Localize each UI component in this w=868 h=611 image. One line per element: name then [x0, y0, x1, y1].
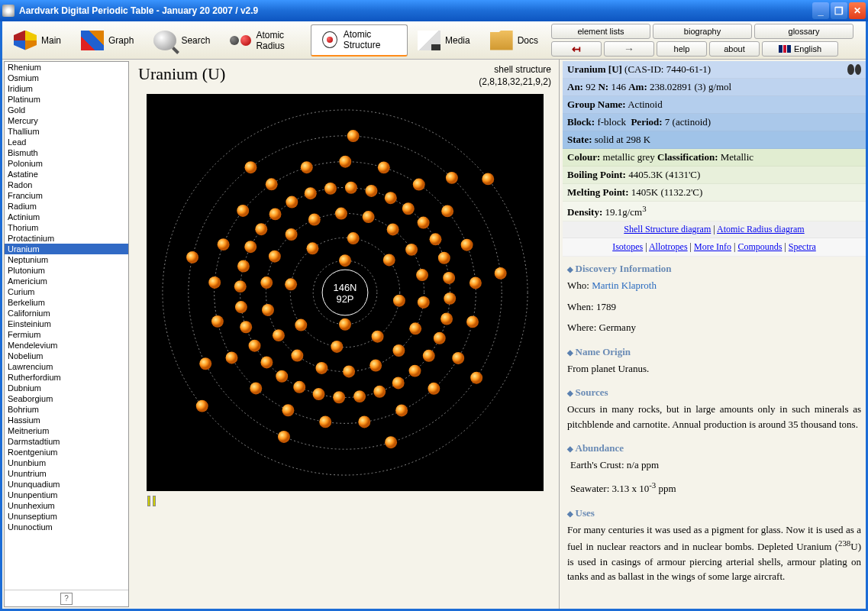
element-list-item[interactable]: Rhenium [5, 62, 128, 73]
element-list-item[interactable]: Ununseptium [5, 511, 128, 522]
element-list-item[interactable]: Lead [5, 137, 128, 147]
element-list-item[interactable]: Americium [5, 276, 128, 286]
element-list-item[interactable]: Darmstadtium [5, 436, 128, 447]
svg-point-74 [428, 383, 440, 395]
element-list-item[interactable]: Fermium [5, 329, 128, 340]
help-icon[interactable]: ? [60, 593, 73, 605]
element-list-item[interactable]: Lawrencium [5, 361, 128, 372]
element-lists-button[interactable]: element lists [551, 24, 650, 39]
element-list-item[interactable]: Ununbium [5, 457, 128, 468]
element-list-item[interactable]: Uranium [5, 244, 128, 254]
svg-point-46 [392, 377, 404, 390]
element-list-item[interactable]: Roentgenium [5, 447, 128, 457]
nav-forward-button[interactable]: → [604, 41, 654, 57]
element-list-item[interactable]: Bismuth [5, 147, 128, 158]
svg-point-85 [265, 178, 277, 190]
svg-point-29 [260, 276, 273, 289]
element-list-item[interactable]: Astatine [5, 169, 128, 179]
svg-point-75 [395, 405, 408, 417]
element-list-item[interactable]: Hassium [5, 415, 128, 425]
close-button[interactable]: ✕ [849, 2, 866, 19]
maximize-button[interactable]: ❐ [831, 2, 847, 19]
link-more-info[interactable]: More Info [694, 241, 731, 252]
tab-graph[interactable]: Graph [71, 24, 144, 57]
element-list-item[interactable]: Platinum [5, 94, 128, 105]
element-list-item[interactable]: Berkelium [5, 297, 128, 308]
svg-point-50 [312, 388, 324, 400]
about-button[interactable]: about [709, 41, 760, 57]
element-list[interactable]: RheniumOsmiumIridiumPlatinumGoldMercuryT… [5, 62, 128, 590]
element-list-item[interactable]: Thallium [5, 126, 128, 137]
pause-button[interactable] [147, 496, 158, 506]
element-list-item[interactable]: Dubnium [5, 383, 128, 393]
element-list-item[interactable]: Mercury [5, 115, 128, 126]
element-list-item[interactable]: Ununoctium [5, 522, 128, 532]
svg-point-37 [417, 217, 429, 229]
element-list-item[interactable]: Francium [5, 190, 128, 201]
element-list-item[interactable]: Ununquadium [5, 479, 128, 490]
language-button[interactable]: English [762, 41, 838, 57]
svg-point-86 [300, 161, 312, 173]
link-radius-diagram[interactable]: Atomic Radius diagram [717, 224, 805, 234]
radius-icon [230, 31, 251, 50]
atom-diagram: 146N92P [147, 94, 544, 491]
docs-icon [490, 31, 513, 50]
svg-point-27 [272, 329, 284, 341]
element-list-item[interactable]: Neptunium [5, 254, 128, 265]
link-allotropes[interactable]: Allotropes [649, 241, 688, 252]
tab-media[interactable]: Media [408, 24, 480, 57]
element-list-item[interactable]: Actinium [5, 212, 128, 222]
element-list-item[interactable]: Osmium [5, 73, 128, 83]
element-list-item[interactable]: Seaborgium [5, 393, 128, 404]
tab-main[interactable]: Main [4, 24, 71, 57]
element-list-item[interactable]: Mendelevium [5, 340, 128, 351]
tab-structure[interactable]: Atomic Structure [311, 24, 408, 57]
nav-back-button[interactable]: ↤ [551, 41, 602, 57]
titlebar: Aardvark Digital Periodic Table - Januar… [0, 0, 868, 21]
tab-search[interactable]: Search [144, 24, 220, 57]
element-list-item[interactable]: Meitnerium [5, 425, 128, 436]
svg-point-76 [358, 416, 370, 428]
element-list-item[interactable]: Thorium [5, 222, 128, 233]
element-list-item[interactable]: Ununhexium [5, 500, 128, 511]
tab-docs[interactable]: Docs [480, 24, 548, 57]
svg-point-87 [339, 156, 351, 168]
element-list-item[interactable]: Plutonium [5, 265, 128, 276]
help-button[interactable]: help [657, 41, 707, 57]
element-list-item[interactable]: Protactinium [5, 233, 128, 244]
link-shell-diagram[interactable]: Shell Structure diagram [624, 224, 711, 234]
link-isotopes[interactable]: Isotopes [612, 241, 643, 252]
minimize-button[interactable]: _ [812, 2, 829, 19]
element-list-item[interactable]: Polonium [5, 158, 128, 169]
svg-point-51 [293, 381, 305, 393]
svg-point-48 [353, 390, 366, 402]
element-list-item[interactable]: Bohrium [5, 404, 128, 415]
element-list-item[interactable]: Rutherfordium [5, 372, 128, 383]
binoculars-icon[interactable] [847, 64, 861, 75]
link-spectra[interactable]: Spectra [789, 241, 816, 252]
element-list-item[interactable]: Ununpentium [5, 490, 128, 500]
element-list-item[interactable]: Einsteinium [5, 318, 128, 329]
svg-point-83 [217, 238, 229, 251]
element-list-item[interactable]: Californium [5, 308, 128, 318]
element-list-item[interactable]: Curium [5, 286, 128, 297]
svg-point-7 [347, 232, 359, 244]
element-list-item[interactable]: Radium [5, 201, 128, 212]
svg-point-42 [440, 313, 453, 325]
element-list-item[interactable]: Radon [5, 179, 128, 190]
search-icon [153, 31, 176, 50]
svg-point-12 [295, 319, 307, 331]
biography-button[interactable]: biography [653, 24, 752, 39]
shell-meta: shell structure (2,8,18,32,21,9,2) [479, 64, 551, 88]
element-list-item[interactable]: Iridium [5, 83, 128, 94]
element-list-item[interactable]: Gold [5, 105, 128, 115]
svg-point-62 [286, 196, 298, 209]
tab-radius[interactable]: Atomic Radius [220, 24, 310, 57]
element-list-item[interactable]: Nobelium [5, 351, 128, 361]
element-list-item[interactable]: Ununtrium [5, 468, 128, 479]
discoverer-link[interactable]: Martin Klaproth [592, 280, 657, 291]
svg-point-25 [315, 362, 328, 374]
svg-point-63 [304, 187, 316, 199]
glossary-button[interactable]: glossary [754, 24, 853, 39]
link-compounds[interactable]: Compounds [737, 241, 782, 252]
